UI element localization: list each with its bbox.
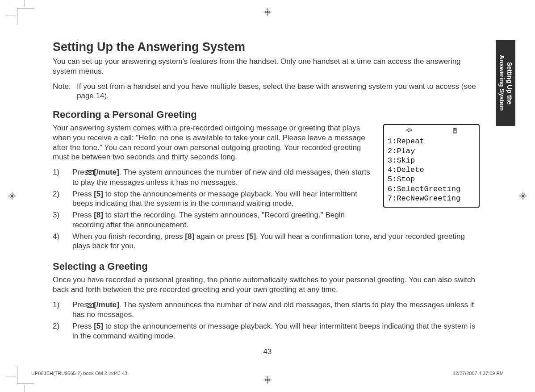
screen-line: 1:Repeat	[388, 137, 475, 146]
footer-right: 12/27/2007 4:37:09 PM	[453, 371, 504, 376]
screen-line: 3:Skip	[388, 156, 475, 165]
svg-point-7	[267, 379, 269, 381]
note-body: If you set from a handset and you have m…	[77, 82, 480, 101]
registration-mark-top	[263, 8, 272, 16]
svg-rect-18	[454, 129, 456, 130]
recording-step-4: 4)When you finish recording, press [8] a…	[63, 232, 480, 251]
selecting-steps: 1)Press [/mute]. The system announces th…	[53, 300, 480, 341]
section-selecting: Selecting a Greeting Once you have recor…	[53, 261, 480, 341]
registration-mark-left	[8, 192, 16, 200]
note-row: Note: If you set from a handset and you …	[53, 82, 480, 101]
svg-point-3	[267, 11, 269, 13]
section-recording-title: Recording a Personal Greeting	[53, 109, 480, 121]
selecting-step-1: 1)Press [/mute]. The system announces th…	[63, 300, 480, 320]
screen-line: 2:Play	[388, 146, 475, 156]
svg-point-11	[11, 195, 13, 197]
intro-paragraph: You can set up your answering system's f…	[53, 57, 480, 76]
svg-rect-20	[454, 132, 456, 133]
side-tab-line1: Setting Up the	[506, 62, 513, 104]
page-number: 43	[263, 347, 272, 356]
speaker-icon	[406, 128, 413, 136]
page-title: Setting Up the Answering System	[53, 40, 480, 54]
screen-line: 6:SelectGreeting	[388, 184, 475, 194]
section-selecting-title: Selecting a Greeting	[53, 261, 480, 272]
registration-mark-right	[519, 192, 527, 200]
svg-rect-17	[454, 128, 456, 129]
screen-line: 4:Delete	[388, 165, 475, 175]
side-tab: Setting Up the Answering System	[496, 40, 515, 126]
battery-icon	[453, 128, 457, 136]
section-selecting-para: Once you have recorded a personal greeti…	[53, 275, 480, 295]
svg-point-15	[522, 195, 524, 197]
selecting-step-2: 2)Press [5] to stop the announcements or…	[63, 321, 480, 341]
registration-mark-bottom	[263, 376, 272, 384]
section-recording: Recording a Personal Greeting 1:Repeat 2…	[53, 109, 480, 253]
side-tab-line2: Answering System	[498, 55, 506, 111]
screen-line: 5:Stop	[388, 175, 475, 184]
screen-line: 7:RecNewGreeting	[388, 194, 475, 203]
crop-mark-top-left	[17, 8, 34, 25]
handset-screen: 1:Repeat 2:Play 3:Skip 4:Delete 5:Stop 6…	[383, 124, 480, 208]
page-content: Setting Up the Answering System You can …	[53, 40, 480, 349]
recording-step-3: 3)Press [8] to start the recording. The …	[63, 210, 480, 230]
svg-rect-19	[454, 131, 456, 132]
footer-left: UP883BH(TRU9565-2) book OM 2.ind43 43	[31, 371, 127, 376]
note-label: Note:	[53, 82, 77, 101]
